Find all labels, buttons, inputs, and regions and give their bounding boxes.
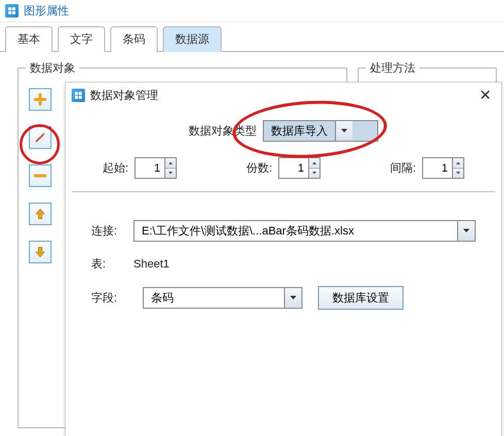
dialog-titlebar: 数据对象管理 ✕ [65,82,501,108]
interval-spinner[interactable]: 1 [422,157,464,179]
interval-spin-up[interactable] [453,158,463,169]
chevron-down-icon [168,171,173,175]
count-value: 1 [279,158,308,178]
svg-rect-5 [79,92,82,95]
chevron-down-icon [462,228,471,234]
type-label: 数据对象类型 [189,123,257,139]
chevron-up-icon [312,161,317,165]
move-down-button[interactable] [29,241,52,263]
table-value: Sheet1 [133,257,170,271]
count-label: 份数: [246,160,272,176]
conn-combo[interactable]: E:\工作文件\测试数据\...aBar条码数据.xlsx [133,220,476,242]
dialog-top-section: 数据对象类型 数据库导入 起始: 1 [72,115,495,192]
svg-rect-7 [79,95,82,98]
edit-button[interactable] [29,126,52,149]
main-content: 数据对象 处理方法 数据对象管理 ✕ [0,52,504,436]
arrow-up-icon [33,207,47,221]
field-label: 字段: [91,290,127,306]
field-combo-arrow[interactable] [284,288,301,308]
tab-barcode[interactable]: 条码 [110,26,158,52]
plus-icon [33,92,47,107]
dialog-title: 数据对象管理 [90,88,475,103]
conn-combo-arrow[interactable] [457,221,475,241]
close-icon: ✕ [479,87,491,103]
chevron-up-icon [456,161,461,165]
chevron-down-icon [312,171,317,175]
type-combo[interactable]: 数据库导入 [263,120,378,142]
start-spin-up[interactable] [165,158,176,169]
start-label: 起始: [103,160,128,176]
dialog-icon [72,89,85,102]
conn-value: E:\工作文件\测试数据\...aBar条码数据.xlsx [135,221,457,241]
interval-label: 间隔: [390,160,416,176]
start-spin-down[interactable] [165,169,176,178]
svg-rect-1 [12,7,15,10]
group-label-methods: 处理方法 [366,60,419,76]
svg-rect-4 [75,92,78,95]
tabs: 基本 文字 条码 数据源 [0,22,504,52]
remove-button[interactable] [29,164,52,187]
chevron-down-icon [456,171,461,175]
svg-rect-6 [75,95,78,98]
pencil-icon [33,130,47,145]
db-settings-button[interactable]: 数据库设置 [318,286,404,310]
start-spinner[interactable]: 1 [135,157,177,179]
conn-label: 连接: [91,223,127,239]
arrow-down-icon [33,245,47,259]
tab-datasource[interactable]: 数据源 [163,26,222,52]
move-up-button[interactable] [29,203,52,225]
tab-basic[interactable]: 基本 [5,26,53,52]
minus-icon [33,169,47,183]
svg-rect-2 [8,11,11,14]
field-combo[interactable]: 条码 [143,287,303,309]
tab-text[interactable]: 文字 [58,26,105,52]
close-button[interactable]: ✕ [475,87,495,104]
field-value: 条码 [144,288,284,308]
count-spinner[interactable]: 1 [278,157,321,179]
data-object-dialog: 数据对象管理 ✕ 数据对象类型 数据库导入 起始: 1 [65,82,502,436]
app-icon [5,4,19,18]
interval-spin-down[interactable] [453,169,463,178]
add-button[interactable] [29,88,52,111]
type-combo-value: 数据库导入 [264,121,335,141]
count-spin-up[interactable] [309,158,320,169]
svg-rect-3 [12,11,15,14]
chevron-down-icon [340,128,348,134]
group-label-data-objects: 数据对象 [26,60,79,76]
main-titlebar: 图形属性 [0,0,504,22]
interval-value: 1 [423,158,452,178]
type-combo-arrow[interactable] [335,121,352,141]
start-value: 1 [136,158,164,178]
chevron-up-icon [168,161,173,165]
window-title: 图形属性 [24,3,69,19]
table-label: 表: [91,256,127,272]
chevron-down-icon [289,295,297,301]
toolbar-column [29,88,52,263]
count-spin-down[interactable] [309,169,320,178]
svg-rect-0 [8,7,11,10]
